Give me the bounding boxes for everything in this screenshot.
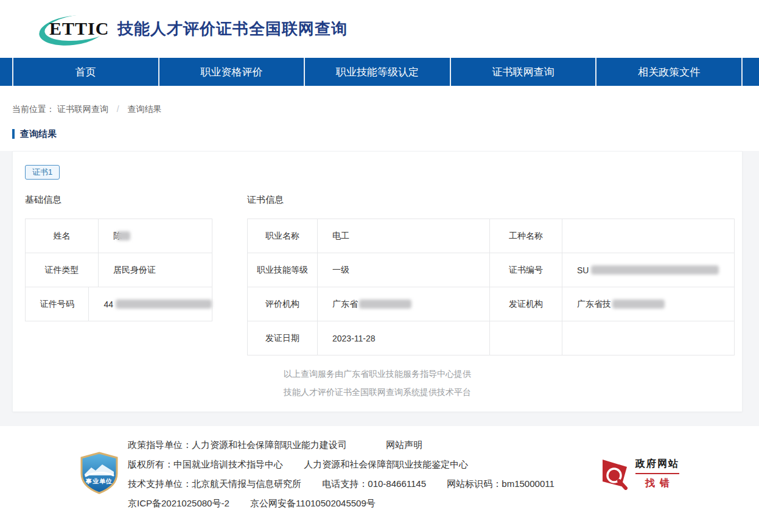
- footer: 事业单位 政策指导单位：人力资源和社会保障部职业能力建设司 网站声明 版权所有：…: [0, 426, 759, 532]
- basic-info-table: 姓名 陈 证件类型 居民身份证 证件号码 44: [25, 219, 212, 321]
- footer-line-policy: 政策指导单位：人力资源和社会保障部职业能力建设司 网站声明: [128, 435, 554, 455]
- table-row: 职业名称 电工 工种名称: [248, 219, 735, 253]
- site-id-code-text: 网站标识码：bm15000011: [447, 478, 554, 489]
- evaluation-org-label: 评价机构: [248, 287, 318, 321]
- evaluation-org-value: 广东省: [318, 287, 490, 321]
- platform-note: 技能人才评价证书全国联网查询系统提供技术平台: [13, 386, 742, 404]
- cert-info-group: 证书信息 职业名称 电工 工种名称 职业技能等级 一级 证书编号 SU: [247, 194, 735, 355]
- basic-info-group: 基础信息 姓名 陈 证件类型 居民身份证 证件号码 44: [25, 194, 212, 321]
- table-row: 职业技能等级 一级 证书编号 SU: [248, 253, 735, 287]
- main-nav: 首页 职业资格评价 职业技能等级认定 证书联网查询 相关政策文件: [0, 58, 759, 86]
- footer-line-icp: 京ICP备2021025080号-2 京公网安备11010502045509号: [128, 494, 554, 513]
- footer-line-copyright: 版权所有：中国就业培训技术指导中心 人力资源和社会保障部职业技能鉴定中心: [128, 455, 554, 474]
- breadcrumb-prefix: 当前位置：: [12, 104, 55, 114]
- public-institution-badge[interactable]: 事业单位: [79, 452, 119, 494]
- gov-site-text: 政府网站: [635, 458, 679, 471]
- find-error-text: 找错: [635, 477, 679, 490]
- site-statement-link[interactable]: 网站声明: [386, 439, 422, 450]
- result-zone: 证书1 基础信息 姓名 陈 证件类型 居民身份证 证件号码: [0, 151, 759, 426]
- page-title: 技能人才评价证书全国联网查询: [117, 18, 348, 40]
- breadcrumb: 当前位置： 证书联网查询 / 查询结果: [12, 104, 759, 115]
- work-type-label: 工种名称: [490, 219, 562, 253]
- evaluation-org-text: 广东省: [332, 299, 358, 310]
- icp-record-link[interactable]: 京ICP备2021025080号-2: [128, 498, 229, 508]
- gov-site-error-report-badge[interactable]: 政府网站 找错: [601, 458, 679, 490]
- occupation-label: 职业名称: [248, 219, 318, 253]
- nav-item-occupational-qualification[interactable]: 职业资格评价: [158, 58, 304, 86]
- table-row: 发证日期 2023-11-28: [248, 321, 735, 355]
- redacted-blur: [359, 299, 411, 309]
- service-provider-note: 以上查询服务由广东省职业技能服务指导中心提供: [13, 368, 742, 386]
- breadcrumb-current: 查询结果: [128, 104, 162, 114]
- skill-level-value: 一级: [318, 253, 490, 287]
- empty-value-cell: [562, 321, 735, 355]
- id-number-label: 证件号码: [26, 287, 89, 321]
- logo-text: ETTIC: [49, 18, 109, 39]
- certificate-tab-1[interactable]: 证书1: [25, 165, 60, 180]
- cert-number-label: 证书编号: [490, 253, 562, 287]
- nav-item-certificate-query[interactable]: 证书联网查询: [450, 58, 596, 86]
- redacted-blur: [612, 299, 665, 309]
- nav-edge-right: [741, 58, 759, 86]
- nav-item-policy-files[interactable]: 相关政策文件: [595, 58, 741, 86]
- card-notes: 以上查询服务由广东省职业技能服务指导中心提供 技能人才评价证书全国联网查询系统提…: [13, 368, 742, 404]
- id-type-value: 居民身份证: [99, 253, 212, 287]
- issue-date-label: 发证日期: [248, 321, 318, 355]
- issuing-org-text: 广东省技: [577, 299, 611, 310]
- error-report-magnifier-icon: [601, 458, 629, 490]
- name-value: 陈: [99, 219, 212, 253]
- cert-info-table: 职业名称 电工 工种名称 职业技能等级 一级 证书编号 SU 评价机构: [247, 219, 735, 355]
- table-row: 证件类型 居民身份证: [26, 253, 212, 287]
- error-report-text: 政府网站 找错: [635, 458, 679, 490]
- section-title: 查询结果: [12, 128, 759, 139]
- occupation-value: 电工: [318, 219, 490, 253]
- shield-icon: [79, 452, 119, 494]
- redacted-blur: [117, 231, 130, 240]
- empty-label-cell: [490, 321, 562, 355]
- site-header: ETTIC 技能人才评价证书全国联网查询: [0, 0, 759, 58]
- cert-number-text: SU: [577, 265, 589, 275]
- id-number-text: 44: [103, 299, 113, 309]
- issue-date-value: 2023-11-28: [318, 321, 490, 355]
- issuing-org-value: 广东省技: [562, 287, 735, 321]
- footer-text: 政策指导单位：人力资源和社会保障部职业能力建设司 网站声明 版权所有：中国就业培…: [128, 435, 554, 513]
- work-type-value: [562, 219, 735, 253]
- policy-unit-text: 政策指导单位：人力资源和社会保障部职业能力建设司: [128, 439, 347, 450]
- cert-number-value: SU: [562, 253, 735, 287]
- id-type-label: 证件类型: [26, 253, 99, 287]
- name-label: 姓名: [26, 219, 99, 253]
- nav-edge-left: [0, 58, 12, 86]
- error-report-divider: [635, 473, 679, 474]
- nav-item-home[interactable]: 首页: [12, 58, 158, 86]
- redacted-blur: [116, 299, 212, 309]
- copyright-text-b: 人力资源和社会保障部职业技能鉴定中心: [304, 459, 468, 469]
- breadcrumb-parent-link[interactable]: 证书联网查询: [57, 104, 108, 114]
- tech-support-text: 技术支持单位：北京航天情报与信息研究所: [128, 478, 301, 489]
- footer-line-support: 技术支持单位：北京航天情报与信息研究所 电话支持：010-84661145 网站…: [128, 474, 554, 494]
- table-row: 评价机构 广东省 发证机构 广东省技: [248, 287, 735, 321]
- skill-level-label: 职业技能等级: [248, 253, 318, 287]
- nav-item-skill-level[interactable]: 职业技能等级认定: [304, 58, 450, 86]
- breadcrumb-separator: /: [117, 104, 119, 114]
- table-row: 姓名 陈: [26, 219, 212, 253]
- section-title-text: 查询结果: [20, 128, 57, 140]
- table-row: 证件号码 44: [26, 287, 212, 321]
- public-institution-badge-label: 事业单位: [79, 477, 119, 486]
- issuing-org-label: 发证机构: [490, 287, 562, 321]
- basic-info-title: 基础信息: [25, 194, 212, 206]
- redacted-blur: [591, 265, 719, 275]
- phone-support-text: 电话支持：010-84661145: [322, 478, 426, 489]
- breadcrumb-zone: 当前位置： 证书联网查询 / 查询结果 查询结果: [0, 86, 759, 151]
- ettic-logo: ETTIC: [38, 13, 110, 46]
- section-title-bar: [12, 129, 15, 139]
- id-number-value: 44: [89, 287, 212, 321]
- police-record-link[interactable]: 京公网安备11010502045509号: [250, 498, 376, 508]
- cert-info-title: 证书信息: [247, 194, 735, 206]
- copyright-text-a: 版权所有：中国就业培训技术指导中心: [128, 459, 283, 469]
- result-card: 证书1 基础信息 姓名 陈 证件类型 居民身份证 证件号码: [12, 151, 743, 412]
